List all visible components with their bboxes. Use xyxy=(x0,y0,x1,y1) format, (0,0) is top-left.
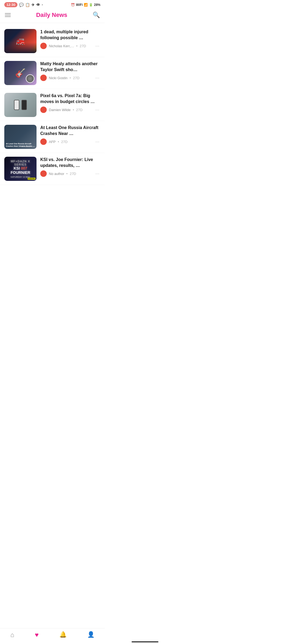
battery-percent: 28% xyxy=(94,3,100,7)
news-title-1: 1 dead, multiple injured following possi… xyxy=(40,29,100,41)
time-ago-3: • xyxy=(73,108,74,112)
publish-time-2: 27D xyxy=(73,76,79,80)
dot-indicator: • xyxy=(42,3,43,7)
author-name-3: Damien Wilde xyxy=(49,108,71,112)
signal-icon: 📶 xyxy=(84,3,88,7)
wifi-icon: WiFi xyxy=(76,3,83,7)
news-meta-3: Damien Wilde • 27D ··· xyxy=(40,107,100,113)
app-title: Daily News xyxy=(36,12,67,19)
author-name-5: No author xyxy=(49,172,64,176)
news-thumbnail-2 xyxy=(4,61,37,85)
status-bar: 12:30 💬 📋 ✈ 👁 • ⏰ WiFi 📶 🔋 28% xyxy=(0,0,105,8)
thumb-brand-4: The Moscow Times xyxy=(21,146,35,147)
news-thumbnail-4: At Least One Russia Aircraft Crashes Nea… xyxy=(4,125,37,149)
news-content-1: 1 dead, multiple injured following possi… xyxy=(40,29,100,49)
author-name-1: Nicholas Kerr,… xyxy=(49,44,74,48)
author-avatar-4 xyxy=(40,138,47,145)
more-button-1[interactable]: ··· xyxy=(94,43,100,49)
time-ago-2: • xyxy=(70,76,71,80)
news-meta-1: Nicholas Kerr,… • 27D ··· xyxy=(40,43,100,49)
news-list: 1 dead, multiple injured following possi… xyxy=(0,23,105,187)
publish-time-4: 27D xyxy=(61,140,68,144)
more-button-3[interactable]: ··· xyxy=(94,107,100,113)
news-item[interactable]: At Least One Russia Aircraft Crashes Nea… xyxy=(0,121,105,153)
publish-time-3: 27D xyxy=(76,108,82,112)
publish-time-5: 27D xyxy=(70,172,76,176)
news-content-2: Matty Healy attends another Taylor Swift… xyxy=(40,61,100,81)
news-title-2: Matty Healy attends another Taylor Swift… xyxy=(40,61,100,72)
battery-icon: 🔋 xyxy=(89,3,93,7)
news-title-4: At Least One Russia Aircraft Crashes Nea… xyxy=(40,125,100,136)
news-thumbnail-5: MF×DAZN X SERIES KSI 007 FOURNIER SATURD… xyxy=(4,157,37,181)
app-header: Daily News 🔍 xyxy=(0,8,105,23)
thumb-dazn-badge: DAZN PPV xyxy=(28,178,35,180)
author-name-4: AFP xyxy=(49,140,56,144)
status-right: ⏰ WiFi 📶 🔋 28% xyxy=(71,3,100,7)
news-thumbnail-3 xyxy=(4,93,37,117)
eye-icon: 👁 xyxy=(36,3,40,7)
time-ago-5: • xyxy=(66,172,68,176)
publish-time-1: 27D xyxy=(79,44,86,48)
notes-icon: 📋 xyxy=(25,3,30,7)
telegram-icon: ✈ xyxy=(31,3,35,7)
author-name-2: Nicki Gostin xyxy=(49,76,67,80)
whatsapp-icon: 💬 xyxy=(19,3,24,7)
news-content-4: At Least One Russia Aircraft Crashes Nea… xyxy=(40,125,100,145)
search-button[interactable]: 🔍 xyxy=(93,12,100,19)
status-left: 12:30 💬 📋 ✈ 👁 • xyxy=(4,2,43,7)
news-item[interactable]: Matty Healy attends another Taylor Swift… xyxy=(0,57,105,89)
news-title-5: KSI vs. Joe Fournier: Live updates, resu… xyxy=(40,157,100,168)
news-content-5: KSI vs. Joe Fournier: Live updates, resu… xyxy=(40,157,100,177)
time-ago-1: • xyxy=(76,44,78,48)
phone-white xyxy=(14,100,19,110)
news-meta-4: AFP • 27D ··· xyxy=(40,138,100,145)
more-button-4[interactable]: ··· xyxy=(94,139,100,145)
more-button-5[interactable]: ··· xyxy=(94,171,100,177)
alarm-icon: ⏰ xyxy=(71,3,75,7)
time-ago-4: • xyxy=(58,140,59,144)
news-item[interactable]: MF×DAZN X SERIES KSI 007 FOURNIER SATURD… xyxy=(0,153,105,185)
news-thumbnail-1 xyxy=(4,29,37,53)
menu-button[interactable] xyxy=(5,13,11,17)
thumb-text-5: MF×DAZN X SERIES KSI 007 FOURNIER SATURD… xyxy=(4,160,37,178)
news-meta-5: No author • 27D ··· xyxy=(40,170,100,177)
more-button-2[interactable]: ··· xyxy=(94,75,100,81)
author-avatar-2 xyxy=(40,75,47,81)
news-content-3: Pixel 6a vs. Pixel 7a: Big moves in budg… xyxy=(40,93,100,113)
clock: 12:30 xyxy=(4,2,17,7)
phone-dark xyxy=(21,100,27,110)
author-avatar-3 xyxy=(40,107,47,113)
author-avatar-5 xyxy=(40,170,47,177)
news-meta-2: Nicki Gostin • 27D ··· xyxy=(40,75,100,81)
author-avatar-1 xyxy=(40,43,47,49)
news-title-3: Pixel 6a vs. Pixel 7a: Big moves in budg… xyxy=(40,93,100,104)
news-item[interactable]: 1 dead, multiple injured following possi… xyxy=(0,25,105,57)
news-item[interactable]: Pixel 6a vs. Pixel 7a: Big moves in budg… xyxy=(0,89,105,121)
